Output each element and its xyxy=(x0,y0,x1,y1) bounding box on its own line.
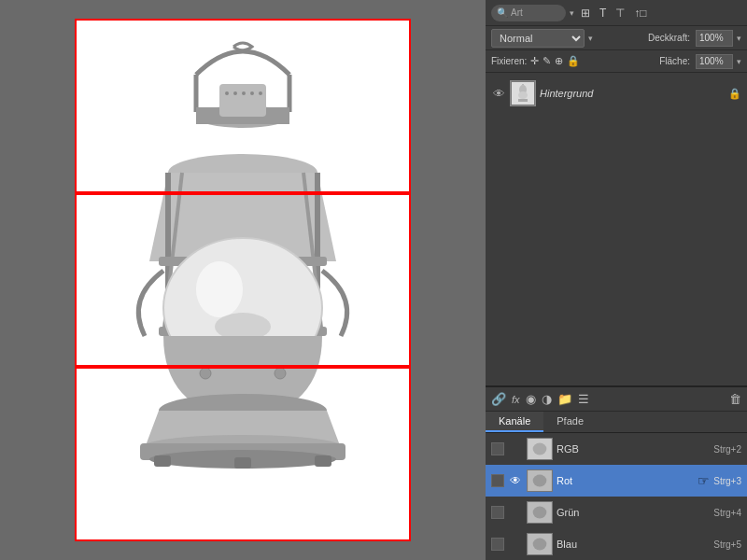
text-icon[interactable]: T xyxy=(597,6,609,21)
adjustment-icon[interactable]: ◉ xyxy=(526,392,536,406)
channel-shortcut-gruen: Strg+4 xyxy=(713,508,741,518)
opacity-label: Deckkraft: xyxy=(648,33,690,43)
channel-shortcut-rgb: Strg+2 xyxy=(713,444,741,455)
search-icon: 🔍 xyxy=(497,7,508,18)
toolbar-top: 🔍 Art ▾ ⊞ T ⊤ ↑□ xyxy=(486,0,747,26)
canvas-wrapper: Rot-Kanal Grün-Kanal Blau-Kanal xyxy=(75,19,411,541)
layer-hintergrund[interactable]: 👁 Hintergrund 🔒 xyxy=(486,77,747,110)
channel-eye-gruen[interactable] xyxy=(508,505,523,520)
svg-rect-27 xyxy=(234,457,251,469)
layer-name: Hintergrund xyxy=(540,88,725,99)
fix-transform-icon[interactable]: ⊕ xyxy=(555,55,563,67)
search-box[interactable]: 🔍 Art xyxy=(491,5,566,21)
channel-thumb-rot xyxy=(527,469,553,492)
svg-point-39 xyxy=(533,507,547,519)
layer-lock-icon: 🔒 xyxy=(728,88,741,100)
svg-rect-25 xyxy=(154,455,171,467)
flache-input[interactable] xyxy=(696,54,733,69)
trash-icon[interactable]: 🗑 xyxy=(729,392,741,406)
channel-thumb-rgb xyxy=(527,438,553,460)
fix-label: Fixieren: xyxy=(491,56,527,66)
fix-move-icon[interactable]: ✛ xyxy=(530,55,539,67)
channel-check-rgb[interactable] xyxy=(491,442,504,455)
canvas-area: Rot-Kanal Grün-Kanal Blau-Kanal xyxy=(0,0,486,560)
right-panel: 🔍 Art ▾ ⊞ T ⊤ ↑□ Normal ▾ Deckkraft: ▾ F… xyxy=(486,0,747,560)
channel-row-blau[interactable]: Blau Strg+5 xyxy=(486,528,747,560)
channel-tabs: Kanäle Pfade xyxy=(486,412,747,433)
channel-name-blau: Blau xyxy=(557,539,710,550)
svg-rect-5 xyxy=(219,84,266,117)
bottom-tabs-container: 🔗 fx ◉ ◑ 📁 ☰ 🗑 Kanäle Pfade RGB Strg+2 xyxy=(486,385,747,560)
fix-brush-icon[interactable]: ✎ xyxy=(543,55,551,67)
channel-row-rot[interactable]: 👁 Rot ☞ Strg+3 xyxy=(486,465,747,497)
channel-row-gruen[interactable]: Grün Strg+4 xyxy=(486,497,747,528)
svg-point-37 xyxy=(533,475,547,487)
channel-check-blau[interactable] xyxy=(491,538,504,551)
link-icon[interactable]: 🔗 xyxy=(491,392,506,406)
list-icon[interactable]: ☰ xyxy=(578,392,589,406)
layer-thumbnail xyxy=(510,80,536,106)
blend-mode-select[interactable]: Normal xyxy=(491,29,585,48)
channel-row-rgb[interactable]: RGB Strg+2 xyxy=(486,433,747,465)
svg-point-8 xyxy=(242,91,246,95)
folder-icon[interactable]: 📁 xyxy=(557,392,572,406)
channel-list: RGB Strg+2 👁 Rot ☞ Strg+3 xyxy=(486,433,747,560)
svg-point-19 xyxy=(196,261,243,317)
cursor-icon[interactable]: ⊤ xyxy=(613,6,627,21)
channel-thumb-gruen xyxy=(527,501,553,524)
search-text: Art xyxy=(511,7,523,18)
svg-point-35 xyxy=(533,443,547,455)
channel-check-gruen[interactable] xyxy=(491,506,504,519)
channel-eye-rot[interactable]: 👁 xyxy=(508,473,523,488)
bottom-toolbar: 🔗 fx ◉ ◑ 📁 ☰ 🗑 xyxy=(486,387,747,412)
fx-icon[interactable]: fx xyxy=(512,394,520,405)
channel-name-gruen: Grün xyxy=(557,507,710,518)
svg-point-41 xyxy=(533,539,547,551)
layers-area: 👁 Hintergrund 🔒 xyxy=(486,73,747,385)
search-dropdown-icon[interactable]: ▾ xyxy=(570,8,574,18)
svg-point-32 xyxy=(518,91,528,99)
channel-check-rot[interactable] xyxy=(491,474,504,487)
channel-name-rot: Rot xyxy=(557,475,690,486)
layer-visibility-icon[interactable]: 👁 xyxy=(491,86,506,101)
svg-point-7 xyxy=(233,91,237,95)
tab-pfade[interactable]: Pfade xyxy=(543,412,597,432)
mask-icon[interactable]: ◑ xyxy=(542,392,552,406)
svg-point-29 xyxy=(275,368,286,379)
channel-name-rgb: RGB xyxy=(557,443,710,455)
opacity-input[interactable] xyxy=(696,30,733,47)
arrange-icon[interactable]: ⊞ xyxy=(578,6,593,21)
channel-eye-rgb[interactable] xyxy=(508,441,523,456)
channel-eye-blau[interactable] xyxy=(508,537,523,552)
svg-point-6 xyxy=(225,91,229,95)
flache-label: Fläche: xyxy=(659,56,690,66)
fix-row: Fixieren: ✛ ✎ ⊕ 🔒 Fläche: ▾ xyxy=(486,50,747,73)
opacity-dropdown-icon[interactable]: ▾ xyxy=(737,34,741,43)
cursor-hand-icon: ☞ xyxy=(698,473,710,488)
blend-dropdown-icon[interactable]: ▾ xyxy=(588,34,593,43)
svg-rect-26 xyxy=(315,455,331,467)
channel-shortcut-blau: Strg+5 xyxy=(713,539,741,550)
svg-point-9 xyxy=(250,91,254,95)
svg-point-10 xyxy=(259,91,262,95)
flache-dropdown-icon[interactable]: ▾ xyxy=(737,57,741,66)
tab-kanaele[interactable]: Kanäle xyxy=(486,412,543,432)
channel-shortcut-rot: Strg+3 xyxy=(713,476,741,486)
blend-row: Normal ▾ Deckkraft: ▾ xyxy=(486,26,747,50)
svg-rect-33 xyxy=(518,99,528,102)
svg-point-28 xyxy=(200,368,211,379)
fix-lock-icon[interactable]: 🔒 xyxy=(567,55,580,67)
share-icon[interactable]: ↑□ xyxy=(631,6,649,21)
channel-thumb-blau xyxy=(527,533,553,555)
lantern-image: Rot-Kanal Grün-Kanal Blau-Kanal xyxy=(75,19,411,541)
